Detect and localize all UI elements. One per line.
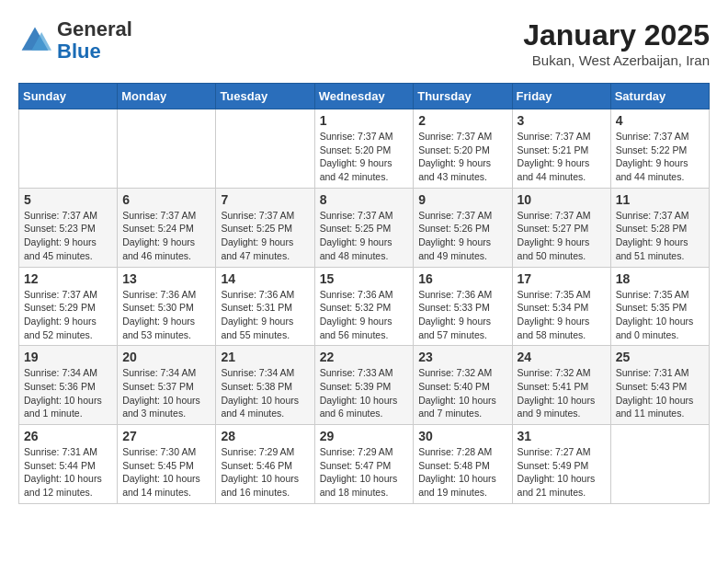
day-number: 13	[122, 271, 210, 286]
day-cell-30: 30Sunrise: 7:28 AM Sunset: 5:48 PM Dayli…	[414, 425, 512, 504]
day-number: 25	[616, 350, 704, 364]
logo-blue: Blue	[57, 40, 132, 63]
day-cell-16: 16Sunrise: 7:36 AM Sunset: 5:33 PM Dayli…	[414, 267, 512, 346]
logo: General Blue	[18, 18, 132, 63]
day-info: Sunrise: 7:37 AM Sunset: 5:23 PM Dayligh…	[24, 209, 112, 263]
week-row-4: 19Sunrise: 7:34 AM Sunset: 5:36 PM Dayli…	[19, 346, 710, 425]
day-cell-24: 24Sunrise: 7:32 AM Sunset: 5:41 PM Dayli…	[512, 346, 610, 425]
day-info: Sunrise: 7:37 AM Sunset: 5:28 PM Dayligh…	[616, 209, 704, 263]
day-number: 28	[221, 429, 309, 443]
day-cell-13: 13Sunrise: 7:36 AM Sunset: 5:30 PM Dayli…	[118, 267, 216, 346]
day-cell-11: 11Sunrise: 7:37 AM Sunset: 5:28 PM Dayli…	[610, 188, 709, 267]
day-number: 5	[24, 192, 112, 207]
day-info: Sunrise: 7:35 AM Sunset: 5:34 PM Dayligh…	[518, 288, 606, 342]
day-info: Sunrise: 7:27 AM Sunset: 5:49 PM Dayligh…	[518, 445, 606, 500]
day-info: Sunrise: 7:37 AM Sunset: 5:21 PM Dayligh…	[518, 130, 606, 184]
day-info: Sunrise: 7:35 AM Sunset: 5:35 PM Dayligh…	[616, 288, 704, 342]
day-info: Sunrise: 7:29 AM Sunset: 5:47 PM Dayligh…	[320, 445, 409, 500]
week-row-5: 26Sunrise: 7:31 AM Sunset: 5:44 PM Dayli…	[19, 425, 710, 504]
day-cell-4: 4Sunrise: 7:37 AM Sunset: 5:22 PM Daylig…	[610, 109, 709, 189]
day-info: Sunrise: 7:37 AM Sunset: 5:22 PM Dayligh…	[616, 130, 704, 184]
day-info: Sunrise: 7:36 AM Sunset: 5:30 PM Dayligh…	[122, 288, 210, 342]
day-cell-29: 29Sunrise: 7:29 AM Sunset: 5:47 PM Dayli…	[314, 425, 414, 504]
day-number: 2	[418, 113, 506, 128]
day-number: 26	[24, 429, 112, 443]
day-info: Sunrise: 7:36 AM Sunset: 5:32 PM Dayligh…	[320, 288, 409, 342]
day-number: 1	[320, 113, 409, 128]
day-number: 9	[418, 192, 506, 207]
week-row-1: 1Sunrise: 7:37 AM Sunset: 5:20 PM Daylig…	[19, 109, 710, 189]
day-cell-9: 9Sunrise: 7:37 AM Sunset: 5:26 PM Daylig…	[414, 188, 512, 267]
weekday-header-sunday: Sunday	[19, 84, 118, 109]
day-cell-15: 15Sunrise: 7:36 AM Sunset: 5:32 PM Dayli…	[314, 267, 414, 346]
day-info: Sunrise: 7:30 AM Sunset: 5:45 PM Dayligh…	[122, 445, 210, 500]
weekday-header-tuesday: Tuesday	[216, 84, 314, 109]
day-info: Sunrise: 7:32 AM Sunset: 5:41 PM Dayligh…	[518, 366, 606, 420]
weekday-header-row: SundayMondayTuesdayWednesdayThursdayFrid…	[19, 84, 710, 109]
weekday-header-friday: Friday	[512, 84, 610, 109]
day-number: 11	[616, 192, 704, 207]
day-info: Sunrise: 7:36 AM Sunset: 5:31 PM Dayligh…	[221, 288, 309, 342]
day-cell-6: 6Sunrise: 7:37 AM Sunset: 5:24 PM Daylig…	[118, 188, 216, 267]
location-subtitle: Bukan, West Azerbaijan, Iran	[523, 52, 710, 68]
day-info: Sunrise: 7:36 AM Sunset: 5:33 PM Dayligh…	[418, 288, 506, 342]
day-number: 8	[320, 192, 409, 207]
day-number: 6	[122, 192, 210, 207]
day-cell-7: 7Sunrise: 7:37 AM Sunset: 5:25 PM Daylig…	[216, 188, 314, 267]
day-info: Sunrise: 7:37 AM Sunset: 5:25 PM Dayligh…	[221, 209, 309, 263]
day-number: 4	[616, 113, 704, 128]
weekday-header-wednesday: Wednesday	[314, 84, 414, 109]
day-info: Sunrise: 7:34 AM Sunset: 5:37 PM Dayligh…	[122, 366, 210, 420]
weekday-header-thursday: Thursday	[414, 84, 512, 109]
day-number: 27	[122, 429, 210, 443]
day-info: Sunrise: 7:37 AM Sunset: 5:25 PM Dayligh…	[320, 209, 409, 263]
day-number: 17	[518, 271, 606, 286]
day-cell-2: 2Sunrise: 7:37 AM Sunset: 5:20 PM Daylig…	[414, 109, 512, 189]
day-number: 15	[320, 271, 409, 286]
day-number: 16	[418, 271, 506, 286]
day-info: Sunrise: 7:34 AM Sunset: 5:38 PM Dayligh…	[221, 366, 309, 420]
day-info: Sunrise: 7:34 AM Sunset: 5:36 PM Dayligh…	[24, 366, 112, 420]
day-info: Sunrise: 7:33 AM Sunset: 5:39 PM Dayligh…	[320, 366, 409, 420]
week-row-3: 12Sunrise: 7:37 AM Sunset: 5:29 PM Dayli…	[19, 267, 710, 346]
day-cell-14: 14Sunrise: 7:36 AM Sunset: 5:31 PM Dayli…	[216, 267, 314, 346]
day-number: 22	[320, 350, 409, 364]
day-info: Sunrise: 7:32 AM Sunset: 5:40 PM Dayligh…	[418, 366, 506, 420]
day-number: 30	[418, 429, 506, 443]
page-header: General Blue January 2025 Bukan, West Az…	[18, 18, 710, 68]
day-number: 7	[221, 192, 309, 207]
day-cell-21: 21Sunrise: 7:34 AM Sunset: 5:38 PM Dayli…	[216, 346, 314, 425]
day-info: Sunrise: 7:31 AM Sunset: 5:44 PM Dayligh…	[24, 445, 112, 500]
day-cell-10: 10Sunrise: 7:37 AM Sunset: 5:27 PM Dayli…	[512, 188, 610, 267]
day-info: Sunrise: 7:31 AM Sunset: 5:43 PM Dayligh…	[616, 366, 704, 420]
empty-cell	[19, 109, 118, 189]
day-number: 24	[518, 350, 606, 364]
weekday-header-monday: Monday	[118, 84, 216, 109]
day-number: 31	[518, 429, 606, 443]
day-cell-1: 1Sunrise: 7:37 AM Sunset: 5:20 PM Daylig…	[314, 109, 414, 189]
day-number: 14	[221, 271, 309, 286]
day-info: Sunrise: 7:37 AM Sunset: 5:29 PM Dayligh…	[24, 288, 112, 342]
title-section: January 2025 Bukan, West Azerbaijan, Ira…	[523, 18, 710, 68]
day-number: 12	[24, 271, 112, 286]
empty-cell	[118, 109, 216, 189]
day-number: 23	[418, 350, 506, 364]
day-cell-12: 12Sunrise: 7:37 AM Sunset: 5:29 PM Dayli…	[19, 267, 118, 346]
day-cell-23: 23Sunrise: 7:32 AM Sunset: 5:40 PM Dayli…	[414, 346, 512, 425]
day-cell-18: 18Sunrise: 7:35 AM Sunset: 5:35 PM Dayli…	[610, 267, 709, 346]
day-cell-22: 22Sunrise: 7:33 AM Sunset: 5:39 PM Dayli…	[314, 346, 414, 425]
weekday-header-saturday: Saturday	[610, 84, 709, 109]
day-info: Sunrise: 7:37 AM Sunset: 5:20 PM Dayligh…	[320, 130, 409, 184]
day-info: Sunrise: 7:37 AM Sunset: 5:20 PM Dayligh…	[418, 130, 506, 184]
day-cell-20: 20Sunrise: 7:34 AM Sunset: 5:37 PM Dayli…	[118, 346, 216, 425]
month-title: January 2025	[523, 18, 710, 52]
day-cell-19: 19Sunrise: 7:34 AM Sunset: 5:36 PM Dayli…	[19, 346, 118, 425]
calendar-table: SundayMondayTuesdayWednesdayThursdayFrid…	[18, 83, 710, 504]
day-cell-8: 8Sunrise: 7:37 AM Sunset: 5:25 PM Daylig…	[314, 188, 414, 267]
day-info: Sunrise: 7:37 AM Sunset: 5:27 PM Dayligh…	[518, 209, 606, 263]
day-cell-5: 5Sunrise: 7:37 AM Sunset: 5:23 PM Daylig…	[19, 188, 118, 267]
day-number: 3	[518, 113, 606, 128]
day-info: Sunrise: 7:37 AM Sunset: 5:24 PM Dayligh…	[122, 209, 210, 263]
day-number: 29	[320, 429, 409, 443]
empty-cell	[610, 425, 709, 504]
